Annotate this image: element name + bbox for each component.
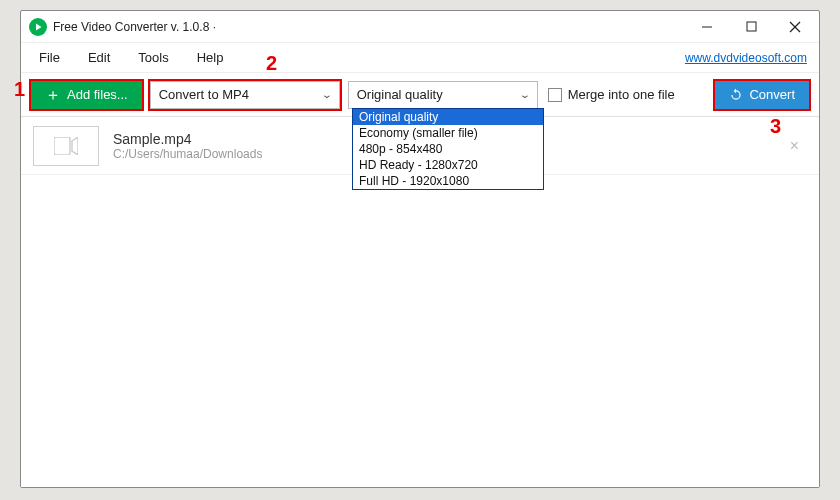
quality-option[interactable]: HD Ready - 1280x720 — [353, 157, 543, 173]
file-name: Sample.mp4 — [113, 131, 262, 147]
window-controls — [685, 12, 817, 42]
svg-rect-4 — [54, 137, 70, 155]
titlebar: Free Video Converter v. 1.0.8 · — [21, 11, 819, 43]
video-thumbnail-icon — [33, 126, 99, 166]
refresh-icon — [729, 88, 743, 102]
quality-option[interactable]: 480p - 854x480 — [353, 141, 543, 157]
quality-option[interactable]: Original quality — [353, 109, 543, 125]
app-logo-icon — [29, 18, 47, 36]
merge-checkbox[interactable]: Merge into one file — [548, 87, 675, 102]
minimize-button[interactable] — [685, 12, 729, 42]
svg-rect-1 — [747, 22, 756, 31]
plus-icon: ＋ — [45, 87, 61, 103]
add-files-label: Add files... — [67, 87, 128, 102]
convert-button[interactable]: Convert — [715, 81, 809, 109]
brand-link[interactable]: www.dvdvideosoft.com — [685, 51, 807, 65]
file-path: C:/Users/humaa/Downloads — [113, 147, 262, 161]
convert-label: Convert — [749, 87, 795, 102]
menu-edit[interactable]: Edit — [74, 46, 124, 69]
quality-selected-label: Original quality — [357, 87, 521, 102]
merge-label: Merge into one file — [568, 87, 675, 102]
menu-tools[interactable]: Tools — [124, 46, 182, 69]
file-info: Sample.mp4 C:/Users/humaa/Downloads — [113, 131, 262, 161]
menu-help[interactable]: Help — [183, 46, 238, 69]
app-window: Free Video Converter v. 1.0.8 · File Edi… — [20, 10, 820, 488]
checkbox-box-icon — [548, 88, 562, 102]
svg-marker-5 — [72, 137, 78, 155]
maximize-button[interactable] — [729, 12, 773, 42]
quality-option[interactable]: Economy (smaller file) — [353, 125, 543, 141]
format-dropdown[interactable]: Convert to MP4 ⌄ — [150, 81, 340, 109]
close-button[interactable] — [773, 12, 817, 42]
chevron-down-icon: ⌄ — [519, 89, 530, 100]
format-selected-label: Convert to MP4 — [159, 87, 323, 102]
menubar: File Edit Tools Help www.dvdvideosoft.co… — [21, 43, 819, 73]
chevron-down-icon: ⌄ — [321, 89, 332, 100]
menu-file[interactable]: File — [25, 46, 74, 69]
remove-file-button[interactable]: × — [782, 133, 807, 159]
window-title: Free Video Converter v. 1.0.8 · — [53, 20, 216, 34]
quality-dropdown-list[interactable]: Original quality Economy (smaller file) … — [352, 108, 544, 190]
add-files-button[interactable]: ＋ Add files... — [31, 81, 142, 109]
quality-dropdown[interactable]: Original quality ⌄ — [348, 81, 538, 109]
quality-option[interactable]: Full HD - 1920x1080 — [353, 173, 543, 189]
